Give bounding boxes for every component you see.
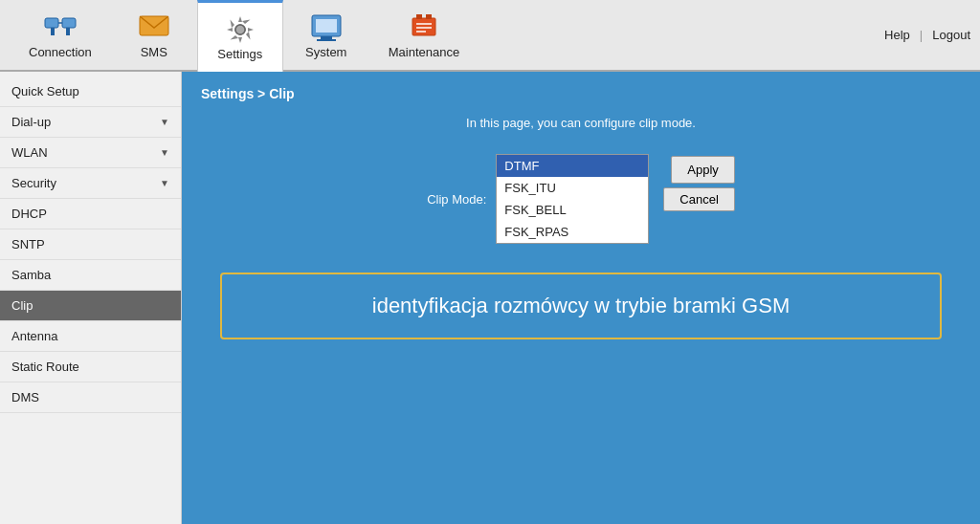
sidebar-item-samba[interactable]: Samba [0, 260, 181, 291]
info-box: identyfikacja rozmówcy w trybie bramki G… [220, 273, 942, 339]
svg-rect-4 [66, 28, 70, 35]
sidebar-item-wlan[interactable]: WLAN ▼ [0, 138, 181, 168]
sidebar-item-antenna[interactable]: Antenna [0, 321, 181, 352]
sidebar-item-dhcp[interactable]: DHCP [0, 199, 181, 229]
svg-rect-14 [426, 14, 432, 19]
sidebar: Quick Setup Dial-up ▼ WLAN ▼ Security ▼ … [0, 72, 182, 524]
sidebar-item-security[interactable]: Security ▼ [0, 168, 181, 199]
help-link[interactable]: Help [884, 28, 910, 42]
main-layout: Quick Setup Dial-up ▼ WLAN ▼ Security ▼ … [0, 72, 980, 524]
sidebar-item-dms[interactable]: DMS [0, 382, 181, 413]
sidebar-item-sntp[interactable]: SNTP [0, 229, 181, 260]
chevron-down-icon: ▼ [160, 117, 169, 127]
svg-point-7 [235, 25, 245, 34]
form-buttons: Apply Cancel [663, 154, 734, 211]
system-icon [309, 11, 344, 45]
svg-rect-12 [412, 18, 435, 35]
nav-system[interactable]: System [283, 0, 369, 71]
sidebar-item-clip[interactable]: Clip [0, 291, 181, 321]
svg-rect-3 [51, 28, 55, 35]
svg-rect-13 [416, 14, 422, 19]
svg-rect-9 [316, 19, 337, 33]
connection-icon [43, 11, 78, 45]
dropdown-option-fsk-bell[interactable]: FSK_BELL [497, 199, 648, 221]
settings-icon [223, 12, 257, 47]
top-nav: Connection SMS Settings S [0, 0, 980, 72]
clip-mode-label: Clip Mode: [427, 192, 486, 207]
nav-sms[interactable]: SMS [111, 0, 197, 71]
logout-link[interactable]: Logout [932, 28, 970, 42]
dropdown-option-fsk-rpas[interactable]: FSK_RPAS [497, 221, 648, 243]
svg-rect-11 [317, 39, 336, 41]
sidebar-item-dial-up[interactable]: Dial-up ▼ [0, 107, 181, 138]
page-description: In this page, you can configure clip mod… [201, 116, 961, 130]
cancel-button[interactable]: Cancel [663, 187, 734, 211]
dropdown-option-fsk-itu[interactable]: FSK_ITU [497, 177, 648, 199]
apply-button[interactable]: Apply [671, 156, 735, 184]
nav-connection[interactable]: Connection [10, 0, 111, 71]
content-area: Settings > Clip In this page, you can co… [182, 72, 980, 524]
dropdown-option-dtmf[interactable]: DTMF [497, 155, 648, 177]
maintenance-icon [407, 11, 441, 45]
sms-icon [137, 11, 171, 45]
clip-mode-form: Clip Mode: DTMF FSK_ITU FSK_BELL FSK_RPA… [201, 154, 961, 244]
nav-settings[interactable]: Settings [197, 0, 283, 72]
sidebar-item-static-route[interactable]: Static Route [0, 352, 181, 382]
nav-maintenance[interactable]: Maintenance [369, 0, 479, 71]
nav-right-links: Help | Logout [884, 28, 970, 42]
svg-rect-10 [321, 36, 332, 39]
clip-mode-row: Clip Mode: DTMF FSK_ITU FSK_BELL FSK_RPA… [427, 154, 649, 244]
breadcrumb: Settings > Clip [201, 86, 961, 101]
nav-divider: | [920, 28, 923, 42]
chevron-down-icon: ▼ [160, 147, 169, 158]
clip-mode-dropdown[interactable]: DTMF FSK_ITU FSK_BELL FSK_RPAS [496, 154, 649, 244]
sidebar-item-quick-setup[interactable]: Quick Setup [0, 76, 181, 107]
info-box-text: identyfikacja rozmówcy w trybie bramki G… [372, 294, 790, 317]
chevron-down-icon: ▼ [160, 178, 169, 188]
svg-rect-0 [45, 18, 58, 28]
svg-rect-1 [62, 18, 76, 28]
